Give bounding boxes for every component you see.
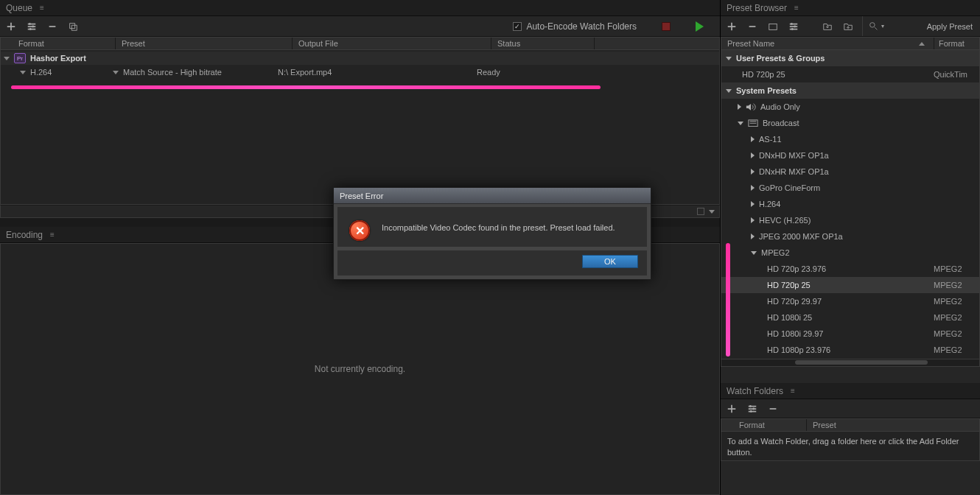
chevron-right-icon[interactable]: [751, 217, 755, 223]
queue-menu-icon[interactable]: ≡: [40, 4, 45, 12]
queue-settings-button[interactable]: [25, 20, 38, 33]
watch-folders-body[interactable]: To add a Watch Folder, drag a folder her…: [721, 432, 980, 461]
svg-point-1: [32, 25, 34, 27]
import-preset-button[interactable]: [821, 20, 834, 33]
category-h264[interactable]: H.264: [721, 196, 979, 212]
preset-item-selected[interactable]: HD 720p 25MPEG2: [721, 277, 979, 293]
preset-item[interactable]: HD 1080i 25MPEG2: [721, 309, 979, 326]
preset-tree-scrollbar[interactable]: [721, 359, 980, 367]
dialog-message: Incompatible Video Codec found in the pr…: [382, 220, 615, 232]
user-presets-group[interactable]: User Presets & Groups: [721, 50, 979, 66]
new-group-button[interactable]: [766, 20, 780, 33]
remove-button[interactable]: [46, 20, 59, 33]
svg-rect-3: [769, 24, 777, 29]
col-preset[interactable]: Preset: [116, 38, 293, 49]
chevron-right-icon[interactable]: [751, 136, 755, 142]
watch-col-format[interactable]: Format: [733, 419, 807, 431]
chevron-right-icon[interactable]: [751, 201, 755, 207]
job-output[interactable]: N:\ Export.mp4: [278, 68, 332, 77]
category-broadcast[interactable]: Broadcast: [721, 115, 979, 131]
watch-column-headers: Format Preset: [721, 418, 980, 432]
category-dnxhd[interactable]: DNxHD MXF OP1a: [721, 147, 979, 164]
preset-tree[interactable]: User Presets & Groups HD 720p 25 QuickTi…: [721, 50, 980, 359]
queue-column-headers: Format Preset Output File Status: [0, 37, 720, 50]
col-format[interactable]: Format: [13, 38, 116, 49]
job-preset[interactable]: Match Source - High bitrate: [123, 68, 222, 77]
category-mpeg2[interactable]: MPEG2: [721, 245, 979, 261]
watch-col-preset[interactable]: Preset: [807, 419, 842, 431]
scrollbar-thumb[interactable]: [795, 360, 928, 365]
encoding-body: Not currently encoding.: [0, 243, 720, 495]
preset-search[interactable]: ▾: [862, 16, 884, 36]
preset-error-dialog: Preset Error ✕ Incompatible Video Codec …: [333, 187, 651, 280]
queue-title-text: Queue: [6, 3, 32, 13]
stop-queue-button[interactable]: [662, 22, 671, 31]
queue-body[interactable]: Pr Hashor Export H.264 Match Source - Hi…: [0, 50, 720, 205]
category-jpeg2000[interactable]: JPEG 2000 MXF OP1a: [721, 228, 979, 245]
system-presets-group[interactable]: System Presets: [721, 82, 979, 99]
ok-button[interactable]: OK: [582, 255, 638, 268]
new-preset-button[interactable]: [725, 20, 738, 33]
export-preset-button[interactable]: [841, 20, 855, 33]
preset-item[interactable]: HD 720p 25 QuickTim: [721, 66, 979, 82]
svg-point-6: [791, 28, 794, 30]
renderer-button[interactable]: [697, 208, 704, 215]
preset-browser-title: Preset Browser ≡: [721, 0, 980, 16]
watch-folders-menu-icon[interactable]: ≡: [791, 387, 796, 395]
remove-watch-folder-button[interactable]: [766, 402, 780, 415]
watch-folders-toolbar: [721, 399, 980, 418]
category-as11[interactable]: AS-11: [721, 131, 979, 147]
dialog-title: Preset Error: [340, 192, 383, 200]
category-gopro[interactable]: GoPro CineForm: [721, 180, 979, 196]
duplicate-button[interactable]: [66, 20, 80, 33]
category-dnxhr[interactable]: DNxHR MXF OP1a: [721, 164, 979, 180]
apply-preset-button[interactable]: Apply Preset: [924, 21, 976, 32]
start-queue-button[interactable]: [696, 21, 704, 32]
sound-icon: [746, 102, 756, 111]
preset-item[interactable]: HD 720p 29.97MPEG2: [721, 293, 979, 309]
job-format[interactable]: H.264: [30, 68, 52, 77]
preset-item[interactable]: HD 1080p 23.976MPEG2: [721, 342, 979, 358]
renderer-dropdown-icon[interactable]: [709, 210, 715, 214]
preset-item[interactable]: HD 720p 23.976MPEG2: [721, 261, 979, 277]
preset-browser-menu-icon[interactable]: ≡: [794, 4, 799, 12]
preset-dropdown-icon[interactable]: [113, 71, 119, 74]
add-watch-folder-button[interactable]: [725, 402, 738, 415]
chevron-down-icon[interactable]: [726, 89, 732, 93]
job-status: Ready: [477, 68, 500, 77]
watch-folders-title: Watch Folders ≡: [721, 383, 980, 399]
col-preset-format[interactable]: Format: [934, 38, 979, 49]
col-status[interactable]: Status: [491, 38, 595, 49]
delete-preset-button[interactable]: [746, 20, 759, 33]
chevron-down-icon[interactable]: [738, 122, 743, 125]
format-dropdown-icon[interactable]: [20, 71, 26, 74]
auto-encode-label: Auto-Encode Watch Folders: [526, 21, 637, 32]
annotation-highlight-vertical: [726, 243, 730, 357]
watch-settings-button[interactable]: [746, 402, 759, 415]
category-hevc[interactable]: HEVC (H.265): [721, 212, 979, 228]
col-preset-name[interactable]: Preset Name: [721, 38, 934, 49]
annotation-highlight: [11, 85, 601, 89]
svg-point-11: [750, 410, 752, 412]
error-icon: ✕: [349, 220, 370, 241]
chevron-right-icon[interactable]: [751, 234, 755, 239]
svg-point-5: [794, 25, 796, 27]
add-source-button[interactable]: [4, 20, 18, 33]
queue-job-row[interactable]: H.264 Match Source - High bitrate N:\ Ex…: [1, 65, 719, 80]
auto-encode-checkbox[interactable]: ✓ Auto-Encode Watch Folders: [513, 21, 637, 32]
queue-source-row[interactable]: Pr Hashor Export: [1, 52, 719, 65]
expand-icon[interactable]: [4, 57, 10, 60]
chevron-down-icon[interactable]: [751, 251, 757, 255]
col-output[interactable]: Output File: [293, 38, 491, 49]
preset-item[interactable]: HD 1080i 29.97MPEG2: [721, 326, 979, 342]
category-audio-only[interactable]: Audio Only: [721, 99, 979, 115]
chevron-right-icon[interactable]: [751, 169, 755, 175]
preset-settings-button[interactable]: [787, 20, 800, 33]
chevron-right-icon[interactable]: [751, 152, 755, 158]
source-name: Hashor Export: [30, 54, 86, 63]
encoding-menu-icon[interactable]: ≡: [50, 231, 55, 239]
chevron-right-icon[interactable]: [751, 185, 755, 191]
chevron-right-icon[interactable]: [738, 104, 741, 110]
dialog-titlebar[interactable]: Preset Error: [334, 188, 651, 204]
chevron-down-icon[interactable]: [726, 57, 732, 60]
